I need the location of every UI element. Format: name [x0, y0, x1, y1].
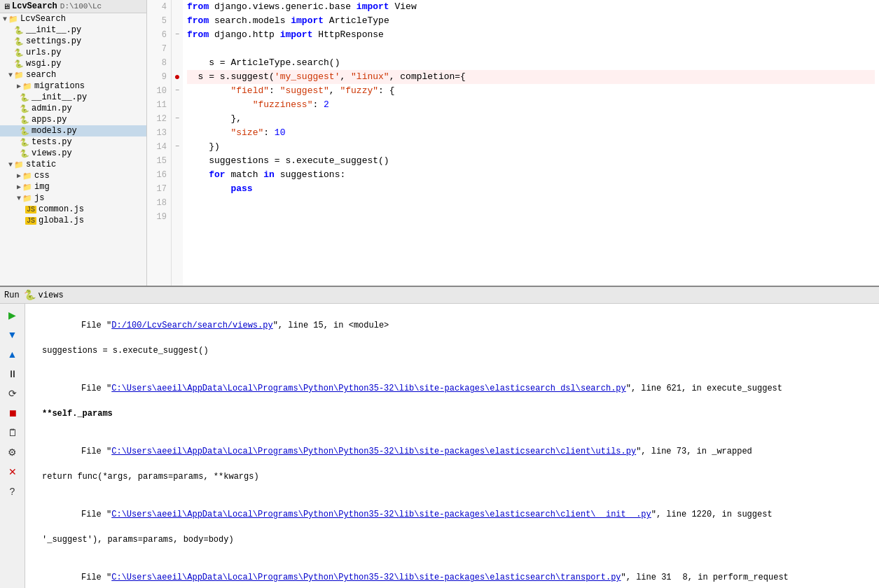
- static-arrow-icon: ▼: [8, 161, 13, 169]
- fold-icon[interactable]: −: [172, 112, 183, 126]
- img-folder-icon: 📁: [22, 183, 32, 192]
- static-folder-icon: 📁: [14, 160, 24, 169]
- py-file-icon: 🐍: [14, 59, 24, 69]
- migrations-label: migrations: [34, 81, 85, 91]
- tree-item-common-js[interactable]: JS common.js: [0, 204, 146, 215]
- settings-button[interactable]: ⚙: [4, 444, 21, 461]
- file-label: admin.py: [32, 104, 72, 113]
- run-tab-icon: 🐍: [24, 289, 36, 301]
- output-line: **self._params: [31, 407, 873, 420]
- tree-item-apps[interactable]: 🐍 apps.py: [0, 114, 146, 125]
- code-line-16: for match in suggestions:: [187, 168, 875, 182]
- tree-item-admin[interactable]: 🐍 admin.py: [0, 103, 146, 114]
- py-file-icon: 🐍: [20, 149, 29, 158]
- output-spacer: [31, 357, 873, 370]
- output-console: File "D:/100/LcvSearch/search/views.py",…: [25, 304, 879, 588]
- output-line: File "C:\Users\aeeil\AppData\Local\Progr…: [31, 370, 873, 407]
- file-label: __init__.py: [32, 92, 87, 102]
- tree-root-collapse[interactable]: ▼ 📁 LcvSearch: [0, 13, 146, 24]
- help-button[interactable]: ?: [4, 483, 21, 500]
- output-spacer: [31, 420, 873, 433]
- img-arrow-icon: ▶: [17, 183, 21, 191]
- file-label: models.py: [32, 126, 77, 136]
- code-line-7: [187, 42, 875, 56]
- py-file-icon: 🐍: [14, 26, 24, 35]
- line-gutters: − ● − − −: [172, 0, 183, 286]
- js-folder-icon: 📁: [22, 194, 32, 203]
- code-line-13: "size": 10: [187, 126, 875, 140]
- output-line: suggestions = s.execute_suggest(): [31, 344, 873, 357]
- pause-button[interactable]: ⏸: [4, 365, 21, 382]
- fold-icon[interactable]: −: [172, 140, 183, 154]
- file-link[interactable]: C:\Users\aeeil\AppData\Local\Programs\Py…: [111, 510, 651, 519]
- output-line: return func(*args, params=params, **kwar…: [31, 470, 873, 483]
- code-content[interactable]: from django.views.generic.base import Vi…: [183, 0, 879, 286]
- code-line-17: pass: [187, 182, 875, 196]
- code-line-8: s = ArticleType.search(): [187, 56, 875, 70]
- fold-icon[interactable]: −: [172, 84, 183, 98]
- run-tab-bar: Run 🐍 views: [0, 287, 879, 304]
- code-line-6: from django.http import HttpResponse: [187, 28, 875, 42]
- file-link[interactable]: C:\Users\aeeil\AppData\Local\Programs\Py…: [111, 384, 626, 393]
- js-file-icon: JS: [25, 217, 36, 225]
- tree-item-init-search[interactable]: 🐍 __init__.py: [0, 92, 146, 103]
- output-line: File "C:\Users\aeeil\AppData\Local\Progr…: [31, 559, 873, 588]
- file-link[interactable]: C:\Users\aeeil\AppData\Local\Programs\Py…: [111, 573, 621, 582]
- file-link[interactable]: C:\Users\aeeil\AppData\Local\Programs\Py…: [111, 447, 636, 456]
- tree-folder-migrations[interactable]: ▶ 📁 migrations: [0, 80, 146, 92]
- file-label: tests.py: [32, 137, 72, 147]
- sidebar-header: 🖥 LcvSearch D:\100\Lc: [0, 0, 146, 13]
- tree-folder-js[interactable]: ▼ 📁 js: [0, 192, 146, 204]
- line-numbers: 4 5 6 7 8 9 10 11 12 13 14 15 16 17 18 1…: [147, 0, 172, 286]
- code-line-5: from search.models import ArticleType: [187, 14, 875, 28]
- output-spacer: [31, 483, 873, 496]
- tree-item-tests[interactable]: 🐍 tests.py: [0, 136, 146, 148]
- code-line-10: "field": "suggest", "fuzzy": {: [187, 84, 875, 98]
- stop-button[interactable]: ⏹: [4, 405, 21, 421]
- css-arrow-icon: ▶: [17, 172, 21, 180]
- search-folder-arrow-icon: ▼: [8, 71, 13, 79]
- py-file-icon: 🐍: [20, 115, 29, 125]
- search-folder-icon: 📁: [14, 71, 24, 80]
- code-editor[interactable]: 4 5 6 7 8 9 10 11 12 13 14 15 16 17 18 1…: [147, 0, 879, 286]
- migrations-folder-icon: 📁: [22, 82, 32, 91]
- tree-folder-static[interactable]: ▼ 📁 static: [0, 159, 146, 170]
- code-line-18: [187, 196, 875, 210]
- js-file-icon: JS: [25, 206, 36, 214]
- fold-icon[interactable]: −: [172, 28, 183, 42]
- run-button[interactable]: ▶: [4, 307, 21, 323]
- file-label: wsgi.py: [26, 59, 61, 69]
- tree-item-urls[interactable]: 🐍 urls.py: [0, 47, 146, 58]
- root-arrow-icon: ▼: [3, 15, 7, 23]
- file-link[interactable]: D:/100/LcvSearch/search/views.py: [111, 321, 272, 330]
- tree-folder-img[interactable]: ▶ 📁 img: [0, 181, 146, 192]
- js-folder-label: js: [34, 193, 44, 203]
- file-label: __init__.py: [26, 25, 81, 35]
- clear-button[interactable]: 🗒: [4, 424, 21, 441]
- project-path: D:\100\Lc: [60, 2, 102, 10]
- file-label: global.js: [39, 216, 84, 225]
- tree-item-wsgi[interactable]: 🐍 wsgi.py: [0, 58, 146, 69]
- tree-item-global-js[interactable]: JS global.js: [0, 215, 146, 226]
- file-label: views.py: [32, 148, 72, 158]
- output-line: File "D:/100/LcvSearch/search/views.py",…: [31, 307, 873, 344]
- tree-item-views[interactable]: 🐍 views.py: [0, 148, 146, 159]
- tree-item-settings[interactable]: 🐍 settings.py: [0, 36, 146, 47]
- run-panel: Run 🐍 views ▶ ▼ ▲ ⏸ ⟳ ⏹ 🗒 ⚙ ✕ ?: [0, 287, 879, 588]
- tree-folder-search[interactable]: ▼ 📁 search: [0, 69, 146, 80]
- tree-item-models[interactable]: 🐍 models.py: [0, 125, 146, 136]
- scroll-down-button[interactable]: ▼: [4, 326, 21, 343]
- css-folder-icon: 📁: [22, 172, 32, 181]
- py-file-icon: 🐍: [20, 93, 29, 102]
- output-line: File "C:\Users\aeeil\AppData\Local\Progr…: [31, 496, 873, 533]
- run-tab-views[interactable]: 🐍 views: [24, 289, 64, 301]
- file-tree: 🖥 LcvSearch D:\100\Lc ▼ 📁 LcvSearch 🐍 __…: [0, 0, 147, 286]
- tree-item-init-lcv[interactable]: 🐍 __init__.py: [0, 24, 146, 36]
- code-line-15: suggestions = s.execute_suggest(): [187, 154, 875, 168]
- tree-folder-css[interactable]: ▶ 📁 css: [0, 170, 146, 181]
- rerun-button[interactable]: ⟳: [4, 385, 21, 402]
- output-line: File "C:\Users\aeeil\AppData\Local\Progr…: [31, 433, 873, 470]
- close-button[interactable]: ✕: [4, 463, 21, 480]
- run-toolbar: ▶ ▼ ▲ ⏸ ⟳ ⏹ 🗒 ⚙ ✕ ?: [0, 304, 25, 588]
- scroll-up-button[interactable]: ▲: [4, 346, 21, 363]
